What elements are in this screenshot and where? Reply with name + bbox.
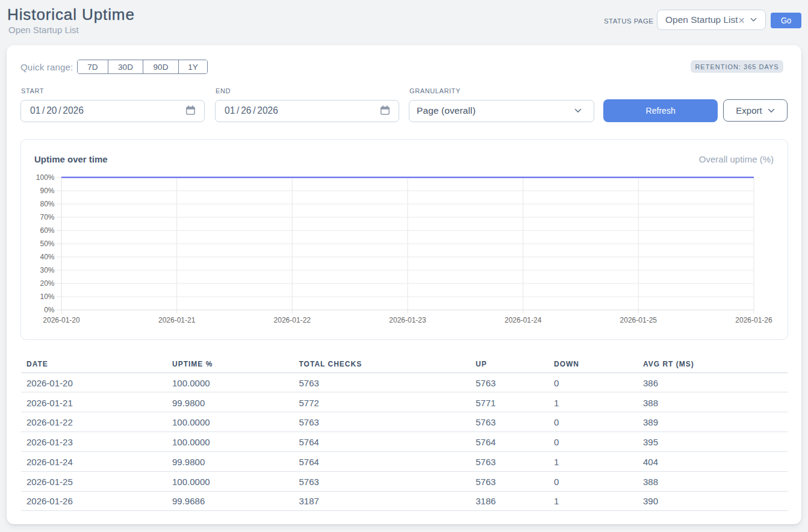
svg-text:2026-01-24: 2026-01-24 xyxy=(505,316,542,324)
svg-text:20%: 20% xyxy=(40,279,54,288)
svg-text:2026-01-26: 2026-01-26 xyxy=(735,316,772,324)
svg-text:40%: 40% xyxy=(40,253,54,261)
svg-text:2026-01-20: 2026-01-20 xyxy=(43,316,80,324)
svg-text:30%: 30% xyxy=(40,266,54,274)
svg-text:50%: 50% xyxy=(40,240,54,248)
svg-text:0%: 0% xyxy=(44,306,55,314)
svg-text:2026-01-21: 2026-01-21 xyxy=(158,316,196,324)
svg-text:90%: 90% xyxy=(40,187,54,195)
svg-text:2026-01-25: 2026-01-25 xyxy=(620,316,657,324)
svg-text:2026-01-23: 2026-01-23 xyxy=(389,316,426,324)
svg-text:2026-01-22: 2026-01-22 xyxy=(274,316,311,324)
svg-text:10%: 10% xyxy=(40,292,54,301)
svg-text:70%: 70% xyxy=(40,213,54,221)
svg-text:100%: 100% xyxy=(36,173,55,182)
svg-text:80%: 80% xyxy=(40,200,54,208)
svg-text:60%: 60% xyxy=(40,226,54,235)
